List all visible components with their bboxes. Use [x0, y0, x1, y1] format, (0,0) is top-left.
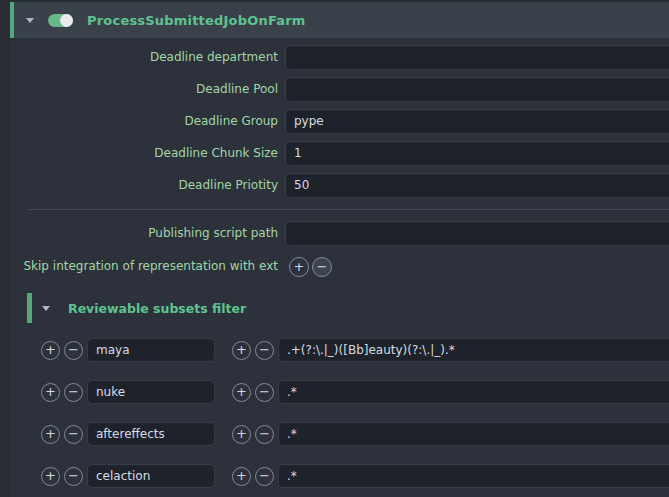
remove-button[interactable]: − — [255, 383, 274, 402]
publishing-script-path-input[interactable] — [285, 221, 669, 246]
deadline-chunk-size-input[interactable]: 1 — [285, 141, 669, 166]
field-label: Deadline Pool — [10, 77, 278, 102]
remove-button[interactable]: − — [255, 341, 274, 360]
field-label: Deadline Group — [10, 109, 278, 134]
form-row: Deadline Chunk Size 1 — [10, 141, 669, 166]
remove-button[interactable]: − — [255, 425, 274, 444]
add-button[interactable]: + — [289, 257, 309, 277]
remove-button[interactable]: − — [64, 341, 83, 360]
filter-row-maya: + − maya + − .+(?:\.|_)([Bb]eauty)(?:\.|… — [41, 338, 669, 362]
filter-row-aftereffects: + − aftereffects + − .* — [41, 422, 669, 446]
form-row: Publishing script path — [10, 221, 669, 246]
filter-row-celaction: + − celaction + − .* — [41, 464, 669, 488]
filter-key-input[interactable]: aftereffects — [87, 422, 215, 446]
collapse-arrow-icon[interactable] — [26, 18, 34, 23]
filter-value-input[interactable]: .+(?:\.|_)([Bb]eauty)(?:\.|_).* — [278, 338, 669, 362]
plugin-title: ProcessSubmittedJobOnFarm — [87, 13, 306, 28]
plugin-section-body: Deadline department Deadline Pool Deadli… — [10, 38, 669, 497]
deadline-department-input[interactable] — [285, 45, 669, 70]
subsection-title: Reviewable subsets filter — [68, 301, 246, 316]
add-button[interactable]: + — [232, 425, 251, 444]
remove-button[interactable]: − — [255, 467, 274, 486]
add-button[interactable]: + — [41, 383, 60, 402]
field-label: Deadline Chunk Size — [10, 141, 278, 166]
add-button[interactable]: + — [232, 383, 251, 402]
settings-panel: ProcessSubmittedJobOnFarm Deadline depar… — [10, 0, 669, 497]
add-button[interactable]: + — [232, 341, 251, 360]
remove-button[interactable]: − — [64, 383, 83, 402]
field-label: Deadline Priotity — [10, 173, 278, 198]
deadline-priority-input[interactable]: 50 — [285, 173, 669, 198]
deadline-group-input[interactable]: pype — [285, 109, 669, 134]
form-row: Deadline Priotity 50 — [10, 173, 669, 198]
add-button[interactable]: + — [41, 425, 60, 444]
subsection-header: Reviewable subsets filter — [27, 293, 669, 323]
remove-button[interactable]: − — [312, 257, 332, 277]
add-button[interactable]: + — [232, 467, 251, 486]
add-button[interactable]: + — [41, 341, 60, 360]
skip-integration-controls: + − — [278, 255, 332, 279]
filter-row-nuke: + − nuke + − .* — [41, 380, 669, 404]
field-label: Publishing script path — [10, 221, 278, 246]
enabled-toggle[interactable] — [48, 14, 73, 27]
filter-rows: + − maya + − .+(?:\.|_)([Bb]eauty)(?:\.|… — [27, 323, 669, 488]
filter-key-input[interactable]: maya — [87, 338, 215, 362]
form-row: Deadline department — [10, 45, 669, 70]
field-label: Skip integration of representation with … — [10, 254, 278, 279]
reviewable-subsets-section: Reviewable subsets filter + − maya + − .… — [27, 293, 669, 488]
form-row: Deadline Pool — [10, 77, 669, 102]
filter-key-input[interactable]: celaction — [87, 464, 215, 488]
form-row: Deadline Group pype — [10, 109, 669, 134]
skip-integration-row: Skip integration of representation with … — [10, 253, 669, 279]
filter-value-input[interactable]: .* — [278, 380, 669, 404]
remove-button[interactable]: − — [64, 467, 83, 486]
collapse-arrow-icon[interactable] — [42, 306, 50, 311]
remove-button[interactable]: − — [64, 425, 83, 444]
filter-value-input[interactable]: .* — [278, 422, 669, 446]
deadline-pool-input[interactable] — [285, 77, 669, 102]
add-button[interactable]: + — [41, 467, 60, 486]
toggle-knob-icon — [60, 14, 73, 27]
filter-key-input[interactable]: nuke — [87, 380, 215, 404]
plugin-section-header: ProcessSubmittedJobOnFarm — [10, 2, 669, 38]
divider — [28, 209, 669, 210]
filter-value-input[interactable]: .* — [278, 464, 669, 488]
field-label: Deadline department — [10, 45, 278, 70]
